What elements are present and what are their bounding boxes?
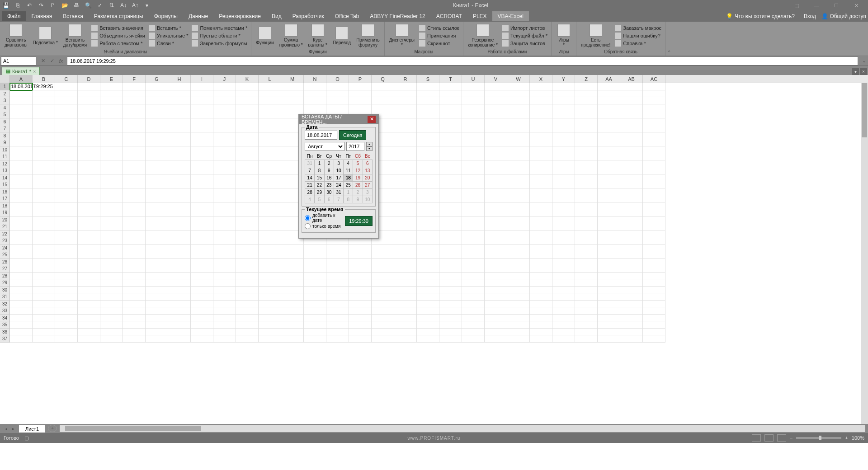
cell[interactable] bbox=[462, 181, 485, 188]
cell[interactable] bbox=[33, 202, 55, 210]
cell[interactable] bbox=[259, 104, 281, 112]
cell[interactable] bbox=[552, 153, 575, 160]
cell[interactable] bbox=[417, 329, 439, 336]
row-header[interactable]: 17 bbox=[0, 195, 10, 202]
cell[interactable] bbox=[530, 97, 552, 104]
cell[interactable] bbox=[168, 321, 191, 329]
cell[interactable] bbox=[530, 195, 552, 202]
row-header[interactable]: 8 bbox=[0, 132, 10, 140]
cell[interactable] bbox=[552, 251, 575, 258]
cell[interactable] bbox=[575, 335, 598, 343]
cell[interactable] bbox=[439, 273, 462, 280]
column-header[interactable]: P bbox=[349, 75, 372, 83]
cell[interactable] bbox=[33, 321, 55, 329]
cell[interactable] bbox=[620, 287, 643, 294]
cell[interactable] bbox=[191, 216, 213, 224]
cell[interactable] bbox=[530, 146, 552, 154]
cell[interactable] bbox=[372, 273, 394, 280]
cell[interactable] bbox=[236, 237, 259, 244]
cell[interactable] bbox=[55, 118, 78, 126]
cell[interactable] bbox=[598, 202, 620, 210]
insert-function-icon[interactable]: fx bbox=[57, 57, 65, 65]
cell[interactable] bbox=[168, 251, 191, 258]
cell[interactable] bbox=[123, 244, 146, 252]
cell[interactable] bbox=[462, 160, 485, 168]
cell[interactable] bbox=[485, 315, 507, 322]
workbook-tab[interactable]: ▦ Книга1 * × bbox=[2, 67, 40, 75]
calendar-day[interactable]: 5 bbox=[315, 196, 324, 203]
cell[interactable] bbox=[485, 251, 507, 258]
calendar-day[interactable]: 29 bbox=[315, 189, 324, 196]
cell[interactable] bbox=[620, 279, 643, 287]
cell[interactable] bbox=[372, 97, 394, 104]
cell[interactable] bbox=[33, 195, 55, 202]
ribbon-small-button[interactable]: Вставить * bbox=[148, 24, 189, 32]
cell[interactable] bbox=[123, 307, 146, 315]
year-input[interactable] bbox=[346, 142, 364, 151]
cell[interactable] bbox=[394, 237, 417, 244]
cell[interactable] bbox=[281, 279, 304, 287]
cell[interactable] bbox=[530, 287, 552, 294]
row-header[interactable]: 1 bbox=[0, 83, 10, 90]
ribbon-big-button[interactable]: Применитьформулу bbox=[354, 23, 382, 48]
cell[interactable] bbox=[507, 273, 530, 280]
cell[interactable] bbox=[485, 202, 507, 210]
cell[interactable] bbox=[507, 329, 530, 336]
cell[interactable] bbox=[372, 307, 394, 315]
cell[interactable] bbox=[598, 265, 620, 273]
ribbon-small-button[interactable]: Справка * bbox=[614, 40, 662, 47]
cell[interactable] bbox=[78, 181, 100, 188]
cell[interactable] bbox=[304, 273, 326, 280]
cell[interactable] bbox=[33, 307, 55, 315]
cell[interactable] bbox=[462, 167, 485, 174]
cell[interactable] bbox=[349, 273, 372, 280]
cell[interactable] bbox=[100, 251, 123, 258]
tab-разработчик[interactable]: Разработчик bbox=[287, 11, 330, 21]
ribbon-small-button[interactable]: Текущий файл * bbox=[501, 32, 548, 39]
cell[interactable] bbox=[439, 132, 462, 140]
cell[interactable] bbox=[33, 335, 55, 343]
tab-разметка-страницы[interactable]: Разметка страницы bbox=[89, 11, 149, 21]
cell[interactable] bbox=[439, 315, 462, 322]
cell[interactable] bbox=[575, 132, 598, 140]
cell[interactable] bbox=[462, 321, 485, 329]
cell[interactable] bbox=[462, 293, 485, 301]
calendar-day[interactable]: 30 bbox=[324, 189, 334, 196]
cell[interactable] bbox=[620, 83, 643, 90]
cell[interactable] bbox=[417, 90, 439, 98]
cell[interactable] bbox=[10, 216, 33, 224]
row-header[interactable]: 15 bbox=[0, 181, 10, 188]
cell[interactable] bbox=[439, 90, 462, 98]
calendar-day[interactable]: 26 bbox=[353, 182, 363, 189]
cell[interactable] bbox=[394, 111, 417, 118]
cell[interactable] bbox=[507, 153, 530, 160]
formula-enter-icon[interactable]: ✓ bbox=[48, 57, 56, 65]
cell[interactable] bbox=[55, 111, 78, 118]
cell[interactable] bbox=[462, 104, 485, 112]
cell[interactable] bbox=[123, 188, 146, 196]
cell[interactable] bbox=[304, 321, 326, 329]
cell[interactable] bbox=[281, 97, 304, 104]
sheet-nav-prev-icon[interactable]: ◂ bbox=[3, 426, 9, 431]
cell[interactable] bbox=[530, 335, 552, 343]
cell[interactable] bbox=[643, 265, 665, 273]
cell[interactable] bbox=[349, 315, 372, 322]
dialog-close-button[interactable]: ✕ bbox=[368, 116, 376, 123]
wbtabs-dropdown-icon[interactable]: ▾ bbox=[852, 68, 859, 75]
cell[interactable] bbox=[485, 195, 507, 202]
cell[interactable] bbox=[55, 265, 78, 273]
cell[interactable] bbox=[552, 287, 575, 294]
cell[interactable] bbox=[10, 97, 33, 104]
cell[interactable] bbox=[394, 125, 417, 132]
cell[interactable] bbox=[507, 287, 530, 294]
cell[interactable] bbox=[78, 244, 100, 252]
cell[interactable] bbox=[10, 335, 33, 343]
cell[interactable] bbox=[78, 118, 100, 126]
cell[interactable] bbox=[485, 329, 507, 336]
calendar-day[interactable]: 17 bbox=[334, 174, 343, 182]
tab-рецензирование[interactable]: Рецензирование bbox=[213, 11, 266, 21]
cell[interactable] bbox=[191, 223, 213, 230]
formula-bar[interactable] bbox=[67, 56, 858, 66]
cell[interactable] bbox=[530, 83, 552, 90]
cell[interactable] bbox=[575, 287, 598, 294]
